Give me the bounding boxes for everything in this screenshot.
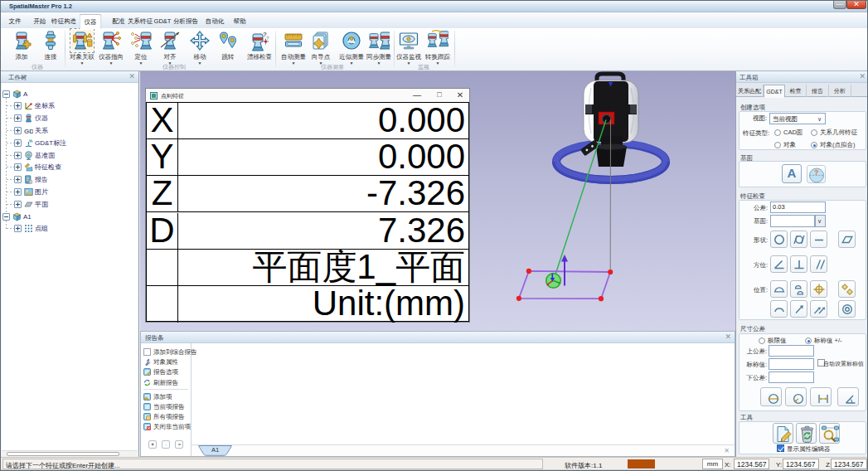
- ribbon-button-添加[interactable]: 添加: [11, 30, 32, 68]
- report-tab-label[interactable]: A1: [198, 446, 232, 454]
- tree-item-label[interactable]: GD&T标注: [35, 139, 66, 148]
- tree-item-label[interactable]: 仪器: [35, 114, 48, 123]
- edit-doc-button[interactable]: [773, 423, 793, 444]
- reportbar-tab-close-icon[interactable]: ✕: [724, 447, 730, 454]
- datum-a-button[interactable]: A: [782, 164, 802, 183]
- expand-icon[interactable]: [14, 114, 22, 122]
- tree-item-label[interactable]: 基准面: [35, 152, 55, 160]
- toolbox-close-icon[interactable]: ✕: [859, 73, 866, 80]
- flatness-button[interactable]: [838, 231, 856, 248]
- measure-close-icon[interactable]: ✕: [454, 90, 466, 100]
- menu-tab-1[interactable]: 文件: [5, 14, 26, 28]
- dropdown-arrow-icon[interactable]: ▼: [366, 61, 391, 66]
- expand-icon[interactable]: [14, 127, 22, 134]
- ribbon-button-漂移检查[interactable]: ?? 漂移检查: [247, 30, 272, 68]
- measured-point[interactable]: [546, 274, 561, 289]
- ribbon-button-仪器指向[interactable]: 仪器指向▼: [99, 30, 124, 68]
- radio-relation-geometry-radio[interactable]: [811, 129, 817, 136]
- dim-angle-button[interactable]: [837, 387, 859, 406]
- expand-icon[interactable]: [14, 163, 22, 171]
- measure-minimize-icon[interactable]: —: [411, 90, 423, 100]
- reportbar-mini-button-1[interactable]: ✦: [148, 440, 157, 449]
- tree-item-图片[interactable]: 图片: [2, 187, 138, 198]
- profile-surface-button[interactable]: [770, 280, 788, 298]
- coord-y-field[interactable]: 1234.567: [783, 459, 819, 469]
- radio-cadface-radio[interactable]: [774, 129, 781, 136]
- expand-icon[interactable]: [14, 176, 22, 183]
- toolbox-tab-关系匹配[interactable]: 关系匹配: [736, 85, 764, 97]
- tree-item-label[interactable]: 平面: [35, 201, 48, 209]
- straightness-button[interactable]: [810, 231, 827, 248]
- tree-item-坐标系[interactable]: 坐标系: [2, 100, 138, 112]
- symmetry-button[interactable]: [838, 280, 856, 298]
- tree-item-label[interactable]: 图片: [35, 188, 48, 197]
- tree-item-label[interactable]: A: [23, 90, 27, 99]
- coord-z-field[interactable]: 1234.567: [831, 459, 867, 469]
- worktree-hscroll-thumb[interactable]: [7, 452, 119, 456]
- perpendicularity-button[interactable]: [790, 255, 807, 273]
- dropdown-arrow-icon[interactable]: ▼: [70, 61, 95, 66]
- angularity-button[interactable]: [770, 255, 788, 273]
- toolbox-tab-报告[interactable]: 报告: [807, 85, 829, 97]
- concentricity-button[interactable]: [838, 300, 856, 318]
- tree-item-label[interactable]: 关系: [35, 127, 48, 135]
- trash-recycle-button[interactable]: [796, 423, 817, 444]
- expand-icon[interactable]: [14, 188, 22, 196]
- worktree-hscrollbar[interactable]: [2, 450, 138, 456]
- tree-item-报告[interactable]: 报告: [2, 174, 138, 186]
- tree-item-基准面[interactable]: 基准面: [2, 150, 138, 162]
- dim-distance-button[interactable]: [810, 387, 832, 406]
- profile-pair-button[interactable]: [790, 280, 807, 298]
- tree-item-GD&T标注[interactable]: GD&T标注: [2, 138, 138, 149]
- dropdown-arrow-icon[interactable]: ▼: [189, 61, 211, 66]
- collapse-icon[interactable]: [2, 90, 10, 98]
- expand-icon[interactable]: [14, 225, 22, 232]
- measure-window[interactable]: 点到特征 — □ ✕ X0.000Y0.000Z-7.326D7.326平面度1…: [145, 88, 470, 323]
- worktree-close-icon[interactable]: ✕: [129, 73, 135, 80]
- expand-icon[interactable]: [14, 201, 22, 208]
- ribbon-button-定位[interactable]: 定位▼: [130, 30, 152, 68]
- reportbar-mini-button-3[interactable]: =: [175, 440, 183, 449]
- dim-diameter-button[interactable]: [760, 387, 782, 406]
- ribbon-button-移动[interactable]: 移动▼: [189, 30, 211, 68]
- cylindricity-button[interactable]: [790, 231, 807, 248]
- datum-sphere-button[interactable]: ?: [807, 165, 826, 183]
- radio-object-radio[interactable]: [774, 142, 781, 148]
- tree-item-点组[interactable]: 点组: [2, 223, 138, 235]
- radio-limit-value-radio[interactable]: [759, 337, 765, 344]
- dim-radius-button[interactable]: [785, 387, 807, 406]
- position-button[interactable]: [810, 280, 827, 298]
- lower-tolerance-input[interactable]: [769, 371, 814, 383]
- expand-icon[interactable]: [14, 139, 22, 147]
- tree-item-A1[interactable]: A1: [2, 211, 138, 223]
- ribbon-button-对象关联[interactable]: 对象关联▼: [70, 30, 95, 68]
- coord-x-field[interactable]: 1234.567: [734, 459, 769, 469]
- reportbar-close-icon[interactable]: ✕: [725, 333, 731, 341]
- inspect-button[interactable]: [819, 423, 840, 444]
- datum-combo[interactable]: [770, 215, 815, 227]
- tree-item-A[interactable]: A: [2, 89, 138, 100]
- measure-maximize-icon[interactable]: □: [434, 90, 445, 100]
- tree-item-label[interactable]: 报告: [35, 176, 48, 184]
- menu-tab-4[interactable]: 仪器: [80, 14, 102, 29]
- measure-window-titlebar[interactable]: 点到特征 — □ ✕: [146, 89, 469, 102]
- radio-object-fit-radio[interactable]: [811, 142, 817, 148]
- parallelism-button[interactable]: [810, 255, 827, 273]
- show-property-editor-checkbox[interactable]: [777, 444, 784, 452]
- dropdown-arrow-icon[interactable]: ▼: [281, 61, 306, 66]
- tree-item-label[interactable]: 点组: [35, 225, 48, 233]
- nominal-input[interactable]: [769, 358, 814, 370]
- tracker-device[interactable]: [580, 74, 638, 167]
- expand-icon[interactable]: [14, 152, 22, 159]
- collapse-icon[interactable]: [2, 213, 10, 221]
- menu-tab-3[interactable]: 特征构造: [47, 14, 80, 28]
- reportbar-mini-button-2[interactable]: ·: [162, 440, 170, 449]
- tree-item-label[interactable]: 特征检查: [35, 163, 61, 172]
- dropdown-arrow-icon[interactable]: ▼: [130, 61, 152, 66]
- circularity-button[interactable]: [770, 231, 788, 248]
- menu-tab-10[interactable]: 帮助: [230, 14, 250, 28]
- toolbox-tab-分析[interactable]: 分析: [829, 85, 851, 97]
- tree-item-平面[interactable]: 平面: [2, 199, 138, 211]
- minimize-button[interactable]: —: [833, 1, 846, 9]
- tree-item-仪器[interactable]: 仪器: [2, 113, 138, 124]
